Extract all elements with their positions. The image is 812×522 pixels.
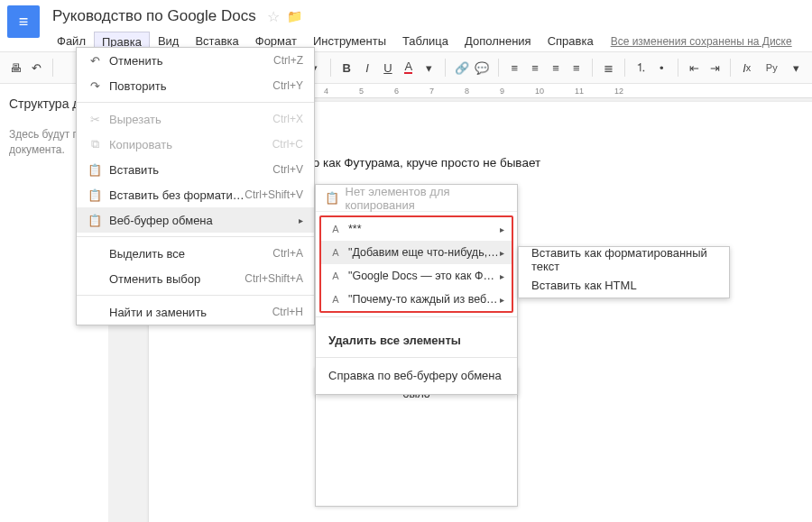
menu-lines-icon: ≡ — [19, 13, 29, 32]
line-spacing-button[interactable]: ≣ — [600, 58, 617, 78]
separator — [77, 102, 314, 103]
text-a-icon: A — [328, 270, 343, 281]
text-a-icon: A — [328, 294, 343, 305]
submenu-arrow-icon: ▸ — [500, 224, 504, 234]
docs-app-icon[interactable]: ≡ — [7, 5, 40, 38]
save-status-link[interactable]: Все изменения сохранены на Диске — [611, 35, 792, 48]
clipboard-item[interactable]: A "Почему-то каждый из вебмасте... ▸ — [321, 288, 512, 311]
web-clipboard-submenu: 📋 Нет элементов для копирования A *** ▸ … — [315, 184, 518, 395]
align-right-button[interactable]: ≡ — [548, 58, 565, 78]
bold-button[interactable]: B — [338, 58, 355, 78]
undo-button[interactable]: ↶ — [28, 58, 45, 78]
app-header: ≡ Руководство по Google Docs ☆ 📁 Файл Пр… — [0, 0, 812, 51]
submenu-header: 📋 Нет элементов для копирования — [316, 185, 517, 212]
submenu-arrow-icon: ▸ — [500, 248, 504, 258]
menu-select-all[interactable]: Выделить все Ctrl+A — [77, 241, 314, 266]
separator — [445, 59, 446, 77]
separator — [678, 59, 678, 77]
align-justify-button[interactable]: ≡ — [567, 58, 585, 78]
numbered-list-button[interactable]: ⒈ — [632, 58, 650, 78]
paste-icon: 📋 — [86, 163, 104, 177]
menu-redo[interactable]: ↷ Повторить Ctrl+Y — [77, 73, 314, 98]
redo-icon: ↷ — [86, 79, 104, 93]
text-a-icon: A — [328, 224, 343, 234]
paste-formatted-text[interactable]: Вставить как форматированный текст — [519, 247, 729, 272]
separator — [592, 59, 593, 77]
menu-undo[interactable]: ↶ Отменить Ctrl+Z — [77, 48, 314, 73]
menu-find-replace[interactable]: Найти и заменить Ctrl+H — [77, 299, 314, 325]
comment-button[interactable]: 💬 — [474, 58, 491, 78]
submenu-arrow-icon: ▸ — [500, 271, 504, 281]
submenu-arrow-icon: ▸ — [293, 215, 303, 225]
separator — [52, 59, 53, 77]
document-title[interactable]: Руководство по Google Docs — [49, 5, 260, 27]
star-icon[interactable]: ☆ — [267, 8, 280, 25]
separator — [77, 236, 314, 237]
separator — [330, 59, 331, 77]
underline-button[interactable]: U — [379, 58, 396, 78]
text-color-button[interactable]: A — [400, 58, 417, 78]
link-button[interactable]: 🔗 — [453, 58, 470, 78]
clear-formatting-button[interactable]: Ix — [738, 58, 755, 78]
clipboard-item[interactable]: A "Google Docs — это как Футура... ▸ — [321, 264, 512, 288]
text-a-icon: A — [328, 247, 343, 258]
folder-icon[interactable]: 📁 — [287, 9, 302, 23]
menu-table[interactable]: Таблица — [394, 31, 457, 51]
menu-help[interactable]: Справка — [540, 31, 602, 51]
print-button[interactable]: 🖶 — [7, 58, 24, 78]
menu-web-clipboard[interactable]: 📋 Веб-буфер обмена ▸ — [77, 207, 314, 233]
menu-copy: ⧉ Копировать Ctrl+C — [77, 132, 314, 157]
separator — [316, 316, 517, 317]
menu-addons[interactable]: Дополнения — [457, 31, 540, 51]
indent-decrease-button[interactable]: ⇤ — [686, 58, 703, 78]
clipboard-item[interactable]: A "Добавим еще что-нибудь, чтоб... ▸ — [321, 241, 512, 264]
align-center-button[interactable]: ≡ — [527, 58, 544, 78]
editing-mode-button[interactable]: Ру — [759, 62, 784, 73]
clipboard-items-highlight-box: A *** ▸ A "Добавим еще что-нибудь, чтоб.… — [319, 215, 513, 313]
indent-increase-button[interactable]: ⇥ — [706, 58, 724, 78]
menu-cut: ✂ Вырезать Ctrl+X — [77, 106, 314, 132]
separator — [498, 59, 499, 77]
edit-menu-dropdown: ↶ Отменить Ctrl+Z ↷ Повторить Ctrl+Y ✂ В… — [76, 47, 315, 325]
delete-all-clipboard[interactable]: Удалить все элементы — [316, 326, 517, 353]
separator — [77, 295, 314, 296]
copy-icon: ⧉ — [86, 137, 104, 151]
menu-paste[interactable]: 📋 Вставить Ctrl+V — [77, 157, 314, 182]
paste-plain-icon: 📋 — [86, 188, 104, 202]
cut-icon: ✂ — [86, 113, 104, 126]
paste-as-html[interactable]: Вставить как HTML — [519, 272, 729, 298]
separator — [624, 59, 625, 77]
separator — [316, 357, 517, 358]
menu-tools[interactable]: Инструменты — [305, 31, 394, 51]
clipboard-icon: 📋 — [325, 191, 340, 205]
undo-icon: ↶ — [86, 54, 104, 68]
clipboard-icon: 📋 — [86, 214, 104, 227]
italic-button[interactable]: I — [359, 58, 376, 78]
chevron-down-icon[interactable]: ▾ — [788, 58, 805, 78]
chevron-down-icon[interactable]: ▾ — [420, 58, 438, 78]
clipboard-help[interactable]: Справка по веб-буферу обмена — [316, 362, 517, 389]
menu-deselect[interactable]: Отменить выбор Ctrl+Shift+A — [77, 266, 314, 291]
submenu-arrow-icon: ▸ — [500, 295, 504, 305]
bulleted-list-button[interactable]: • — [653, 58, 670, 78]
paste-options-flyout: Вставить как форматированный текст Встав… — [518, 246, 730, 298]
menu-paste-plain[interactable]: 📋 Вставить без форматирования Ctrl+Shift… — [77, 182, 314, 207]
align-left-button[interactable]: ≡ — [506, 58, 523, 78]
separator — [730, 59, 731, 77]
clipboard-item[interactable]: A *** ▸ — [321, 217, 512, 241]
